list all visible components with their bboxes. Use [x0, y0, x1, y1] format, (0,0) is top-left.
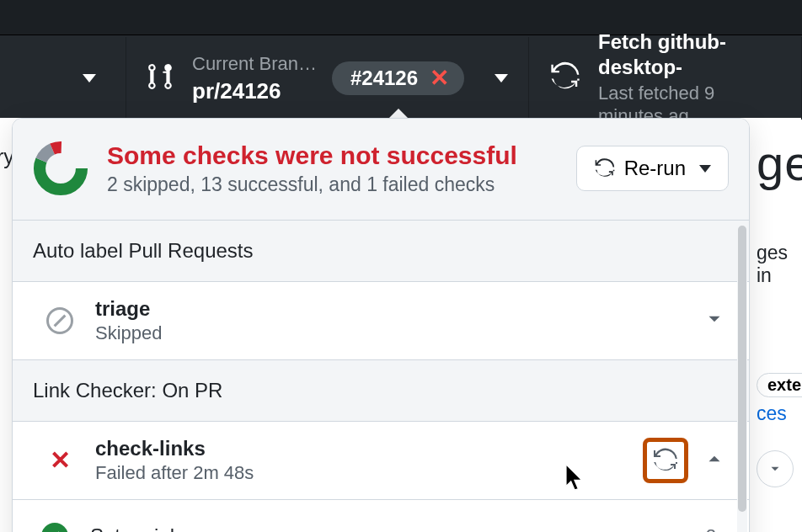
job-text: check-links Failed after 2m 48s [95, 437, 624, 484]
bg-text-fragment: ges in [757, 242, 802, 287]
bg-link-fragment[interactable]: ces [757, 402, 802, 425]
svg-point-2 [40, 147, 82, 189]
skipped-icon [43, 307, 77, 334]
workflow-group-header: Auto label Pull Requests [13, 221, 749, 282]
chevron-down-icon [699, 165, 711, 173]
app-toolbar: Current Bran… pr/24126 #24126 ✕ Fetch gi… [0, 0, 802, 118]
scrollbar-thumb[interactable] [738, 226, 746, 512]
rerun-button[interactable]: Re-run [576, 146, 729, 191]
mouse-cursor-icon [564, 463, 590, 495]
checks-summary-subtitle: 2 skipped, 13 successful, and 1 failed c… [107, 173, 558, 196]
job-name: check-links [95, 437, 624, 460]
sync-icon [594, 157, 616, 179]
job-status: Skipped [95, 322, 685, 344]
job-row-check-links[interactable]: ✕ check-links Failed after 2m 48s [13, 422, 749, 500]
caret-icon [767, 461, 783, 476]
bg-badge-fragment: exter [757, 373, 802, 397]
x-icon: ✕ [430, 66, 449, 90]
job-row-triage[interactable]: triage Skipped [13, 282, 749, 360]
success-icon [38, 523, 72, 533]
chevron-down-icon [83, 74, 96, 82]
pr-status-badge[interactable]: #24126 ✕ [332, 61, 464, 95]
toolbar-fetch-button[interactable]: Fetch github-desktop- Last fetched 9 min… [529, 37, 802, 120]
branch-name: pr/24126 [192, 77, 317, 105]
job-text: triage Skipped [95, 297, 685, 344]
failed-icon: ✕ [43, 448, 77, 473]
step-text: Set up job [90, 524, 687, 533]
toolbar-inner: Current Bran… pr/24126 #24126 ✕ Fetch gi… [0, 37, 802, 120]
checks-body: Auto label Pull Requests triage Skipped … [13, 221, 749, 532]
branch-labels: Current Bran… pr/24126 [192, 52, 317, 104]
checks-popover: Some checks were not successful 2 skippe… [12, 118, 750, 532]
scrollbar[interactable] [737, 222, 747, 532]
row-actions [643, 438, 725, 483]
sync-icon [549, 61, 581, 96]
bg-round-button[interactable] [757, 450, 794, 487]
pr-number: #24126 [350, 66, 418, 90]
job-name: triage [95, 297, 685, 321]
bg-heading-fragment: ge [757, 135, 802, 191]
job-status: Failed after 2m 48s [95, 462, 624, 484]
step-row-setup-job[interactable]: Set up job 2s [13, 500, 749, 532]
step-duration: 2s [706, 525, 725, 533]
chevron-up-icon[interactable] [703, 448, 725, 473]
checks-donut-icon [33, 141, 88, 196]
checks-header-text: Some checks were not successful 2 skippe… [107, 141, 558, 196]
rerun-label: Re-run [624, 157, 686, 180]
fetch-title: Fetch github-desktop- [598, 29, 781, 80]
row-actions: 2s [706, 525, 725, 533]
row-actions [703, 308, 725, 333]
branch-sublabel: Current Bran… [192, 52, 317, 76]
toolbar-branch-selector[interactable]: Current Bran… pr/24126 #24126 ✕ [126, 37, 529, 120]
bg-right-column: ge ges in exter ces [757, 135, 802, 487]
chevron-down-icon[interactable] [703, 308, 725, 333]
toolbar-repo-selector[interactable] [0, 37, 126, 120]
chevron-down-icon [495, 74, 508, 82]
step-name: Set up job [90, 524, 687, 533]
sync-icon [652, 447, 679, 474]
checks-summary-title: Some checks were not successful [107, 141, 558, 170]
checks-header: Some checks were not successful 2 skippe… [13, 119, 749, 221]
rerun-job-button[interactable] [643, 438, 688, 483]
fetch-labels: Fetch github-desktop- Last fetched 9 min… [598, 29, 781, 128]
workflow-group-header: Link Checker: On PR [13, 360, 749, 422]
pull-request-icon [147, 62, 175, 94]
